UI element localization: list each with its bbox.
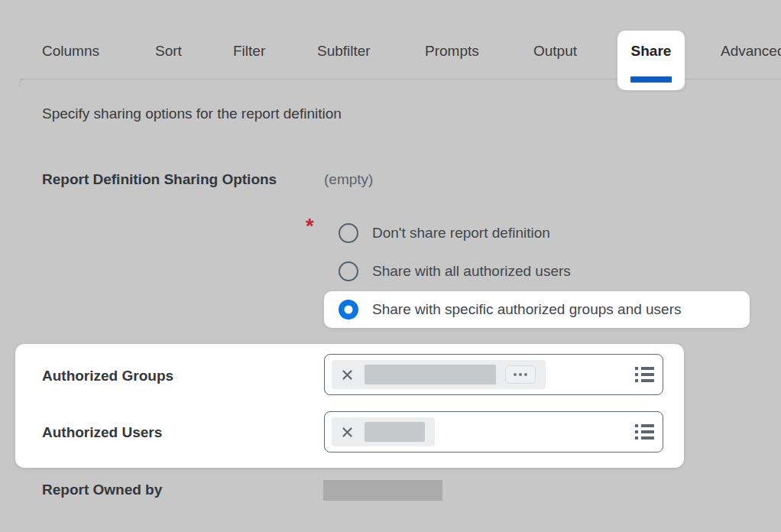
remove-chip-icon[interactable] <box>342 369 353 381</box>
authorized-users-label: Authorized Users <box>42 424 162 441</box>
sharing-options-field-row: Report Definition Sharing Options (empty… <box>42 171 277 188</box>
authorized-groups-label: Authorized Groups <box>42 368 173 384</box>
authorized-groups-input[interactable] <box>324 354 663 395</box>
tab-subfilter-label: Subfilter <box>317 43 371 59</box>
redacted-user-name <box>365 422 425 442</box>
sharing-options-empty-value: (empty) <box>324 171 373 188</box>
radio-share-all[interactable]: Share with all authorized users <box>324 252 571 290</box>
tab-advanced[interactable]: Advanced <box>721 43 781 61</box>
tab-output-label: Output <box>533 43 577 59</box>
tab-sort[interactable]: Sort <box>155 43 182 61</box>
radio-share-specific-label: Share with specific authorized groups an… <box>372 301 682 318</box>
tab-output[interactable]: Output <box>533 43 577 61</box>
authorized-users-chip[interactable] <box>332 417 435 446</box>
tab-share-label: Share <box>631 43 672 59</box>
report-editor-tab-bar: Columns Sort Filter Subfilter Prompts Ou… <box>0 0 781 92</box>
tab-filter-label: Filter <box>233 43 265 59</box>
tab-prompts[interactable]: Prompts <box>425 43 479 61</box>
radio-button-icon[interactable] <box>339 261 358 281</box>
active-tab-underline <box>630 76 672 83</box>
prompt-list-icon[interactable] <box>635 367 654 382</box>
redacted-owner-name <box>323 480 442 501</box>
prompt-list-icon[interactable] <box>635 424 654 440</box>
tab-share[interactable]: Share <box>617 31 685 90</box>
share-tab-description: Specify sharing options for the report d… <box>42 105 342 122</box>
authorized-groups-chip[interactable] <box>332 360 546 389</box>
sharing-options-label: Report Definition Sharing Options <box>42 171 277 188</box>
report-owned-by-label: Report Owned by <box>42 482 162 498</box>
tab-subfilter[interactable]: Subfilter <box>317 43 371 61</box>
radio-button-selected-icon[interactable] <box>339 300 358 320</box>
required-asterisk: * <box>306 215 314 238</box>
redacted-group-name <box>365 365 496 384</box>
content-panel-corner <box>19 79 27 86</box>
radio-button-icon[interactable] <box>339 223 358 243</box>
tab-sort-label: Sort <box>155 43 182 59</box>
radio-dont-share[interactable]: Don't share report definition <box>324 214 550 252</box>
chip-more-button[interactable] <box>505 365 536 384</box>
radio-share-all-label: Share with all authorized users <box>372 263 571 280</box>
authorized-users-input[interactable] <box>324 411 663 453</box>
tab-columns-label: Columns <box>42 43 99 59</box>
tab-columns[interactable]: Columns <box>42 43 99 61</box>
radio-share-specific[interactable]: Share with specific authorized groups an… <box>324 291 750 328</box>
remove-chip-icon[interactable] <box>342 427 353 438</box>
tab-filter[interactable]: Filter <box>233 43 265 61</box>
tab-prompts-label: Prompts <box>425 43 479 59</box>
tab-advanced-label: Advanced <box>721 43 781 59</box>
radio-dont-share-label: Don't share report definition <box>372 225 550 242</box>
authorized-sharing-panel: Authorized Groups Authorized Users <box>15 344 684 468</box>
